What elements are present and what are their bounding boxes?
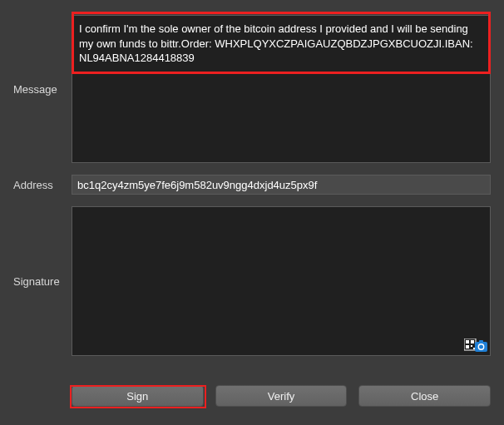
sign-message-form: Message Address Signature (13, 15, 491, 356)
svg-rect-1 (466, 340, 469, 343)
address-row: Address (13, 175, 491, 195)
button-row: Sign Verify Close (72, 385, 491, 407)
svg-rect-3 (466, 345, 469, 348)
close-button[interactable]: Close (358, 385, 491, 407)
signature-label: Signature (13, 206, 72, 356)
message-field-container (72, 15, 491, 163)
message-textarea[interactable] (72, 15, 491, 163)
signature-field-container (72, 206, 491, 356)
svg-rect-4 (471, 345, 472, 347)
svg-rect-7 (479, 340, 483, 343)
message-row: Message (13, 15, 491, 163)
address-input[interactable] (72, 175, 491, 195)
svg-rect-5 (473, 348, 475, 349)
signature-textarea[interactable] (72, 206, 491, 356)
address-field-container (72, 175, 491, 195)
svg-rect-6 (475, 342, 487, 352)
qr-camera-icon[interactable] (464, 339, 487, 353)
svg-rect-2 (471, 340, 474, 343)
message-label: Message (13, 15, 72, 163)
address-label: Address (13, 175, 72, 195)
signature-row: Signature (13, 206, 491, 356)
verify-button[interactable]: Verify (215, 385, 348, 407)
sign-button[interactable]: Sign (72, 385, 204, 407)
